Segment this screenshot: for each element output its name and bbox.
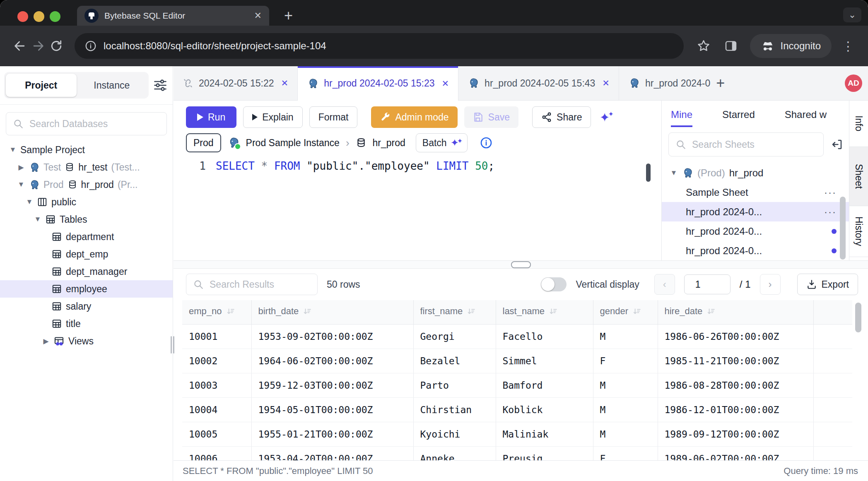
results-search[interactable]	[186, 274, 318, 295]
sheet-item-selected[interactable]: hr_prod 2024-0... ···	[662, 202, 849, 221]
batch-button[interactable]: Batch ✦✦	[416, 133, 468, 152]
filter-settings-icon[interactable]	[153, 78, 168, 93]
cell[interactable]: M	[593, 422, 658, 447]
cell[interactable]: 10003	[182, 373, 251, 398]
run-button[interactable]: Run	[186, 106, 236, 128]
close-tab-icon[interactable]: ✕	[281, 78, 289, 88]
sort-icon[interactable]	[632, 307, 641, 316]
tab-instance[interactable]: Instance	[77, 74, 147, 97]
tree-item-project[interactable]: ▼ Sample Project	[0, 141, 173, 159]
explain-button[interactable]: Explain	[243, 106, 302, 128]
browser-tab[interactable]: Bytebase SQL Editor ✕	[77, 6, 269, 26]
table-row[interactable]: 100021964-06-02T00:00:00ZBezalelSimmelF1…	[182, 349, 852, 373]
instance-name[interactable]: Prod Sample Instance	[246, 137, 340, 149]
cell[interactable]: 10004	[182, 398, 251, 422]
close-tab-icon[interactable]: ✕	[441, 79, 449, 89]
cell[interactable]: Kyoichi	[413, 422, 496, 447]
cell[interactable]: 1986-06-26T00:00:00Z	[658, 325, 813, 349]
rail-tab-info[interactable]: Info	[849, 101, 868, 147]
editor-tab-2-active[interactable]: hr_prod 2024-02-05 15:23 ✕	[298, 66, 458, 101]
tree-item-hr-prod[interactable]: ▼ Prod hr_prod (Pr...	[0, 176, 173, 193]
share-button[interactable]: Share	[532, 106, 591, 128]
tree-item-table-dept-emp[interactable]: dept_emp	[0, 245, 173, 263]
cell[interactable]: M	[593, 325, 658, 349]
tab-mine[interactable]: Mine	[671, 109, 692, 127]
tree-item-tables-group[interactable]: ▼ Tables	[0, 211, 173, 228]
table-row[interactable]: 100051955-01-21T00:00:00ZKyoichiMaliniak…	[182, 422, 852, 447]
cell[interactable]: 1954-05-01T00:00:00Z	[251, 398, 413, 422]
table-row[interactable]: 100031959-12-03T00:00:00ZPartoBamfordM19…	[182, 373, 852, 398]
cell[interactable]: Simmel	[496, 349, 593, 373]
user-avatar[interactable]: AD	[845, 75, 862, 92]
cell[interactable]: 1964-06-02T00:00:00Z	[251, 349, 413, 373]
cell[interactable]: Bezalel	[413, 349, 496, 373]
sql-editor[interactable]: 1 SELECT * FROM "public"."employee" LIMI…	[174, 152, 661, 172]
close-tab-icon[interactable]: ✕	[602, 78, 610, 88]
editor-scrollbar[interactable]	[646, 164, 651, 182]
format-button[interactable]: Format	[309, 106, 358, 128]
cell[interactable]: 10002	[182, 349, 251, 373]
splitter-handle[interactable]	[511, 261, 531, 268]
bookmark-button[interactable]	[694, 39, 713, 53]
sheet-menu-icon[interactable]: ···	[824, 206, 837, 218]
tree-item-table-dept-manager[interactable]: dept_manager	[0, 263, 173, 280]
table-row[interactable]: 100041954-05-01T00:00:00ZChirstianKoblic…	[182, 398, 852, 422]
sort-icon[interactable]	[549, 307, 558, 316]
rail-tab-history[interactable]: History	[849, 206, 868, 257]
sheet-item-partial-bottom[interactable]: hr_prod 2024-0...	[662, 241, 849, 260]
database-name[interactable]: hr_prod	[373, 137, 405, 149]
tree-item-views-group[interactable]: ▶ Views	[0, 332, 173, 350]
editor-tab-3[interactable]: hr_prod 2024-02-05 15:43 ✕	[458, 66, 619, 100]
caret-down-icon[interactable]: ▼	[26, 198, 33, 206]
cell[interactable]: M	[593, 373, 658, 398]
sheet-item-partial-top[interactable]: hr_prod 2024-0...	[662, 159, 849, 163]
search-results-input[interactable]	[209, 279, 311, 291]
editor-tab-1[interactable]: 2024-02-05 15:22 ✕	[174, 66, 298, 100]
cell[interactable]: 1953-04-20T00:00:00Z	[251, 447, 413, 461]
cell[interactable]: 1959-12-03T00:00:00Z	[251, 373, 413, 398]
side-panel-button[interactable]	[722, 39, 740, 53]
caret-right-icon[interactable]: ▶	[17, 163, 25, 172]
cell[interactable]: Georgi	[413, 325, 496, 349]
back-button[interactable]	[11, 39, 29, 53]
cell[interactable]: F	[593, 349, 658, 373]
search-databases-input[interactable]	[29, 118, 160, 130]
cell[interactable]: 1986-12-01T00:00:00Z	[658, 398, 813, 422]
column-header[interactable]: first_name	[413, 300, 496, 325]
column-header[interactable]: gender	[593, 300, 658, 325]
caret-down-icon[interactable]: ▼	[9, 146, 17, 154]
tree-item-schema-public[interactable]: ▼ public	[0, 193, 173, 211]
sheet-menu-icon[interactable]: ···	[824, 187, 837, 198]
new-tab-button[interactable]: +	[284, 8, 293, 23]
caret-down-icon[interactable]: ▼	[670, 169, 678, 177]
cell[interactable]: 1989-09-12T00:00:00Z	[658, 422, 813, 447]
cell[interactable]: Koblick	[496, 398, 593, 422]
sort-icon[interactable]	[467, 307, 476, 316]
results-scrollbar[interactable]	[855, 303, 861, 332]
cell[interactable]: 10001	[182, 325, 251, 349]
tab-project[interactable]: Project	[6, 74, 77, 97]
cell[interactable]: Bamford	[496, 373, 593, 398]
collapse-panel-icon[interactable]	[831, 138, 843, 151]
admin-mode-button[interactable]: Admin mode	[371, 106, 457, 128]
close-tab-icon[interactable]: ✕	[254, 10, 262, 21]
cell[interactable]: Parto	[413, 373, 496, 398]
site-info-icon[interactable]	[84, 40, 97, 52]
minimize-window-button[interactable]	[34, 11, 44, 22]
sort-icon[interactable]	[706, 307, 716, 316]
sheet-group-hr-prod[interactable]: ▼ (Prod) hr_prod	[662, 163, 849, 183]
save-button[interactable]: Save	[464, 106, 518, 128]
cell[interactable]: Maliniak	[496, 422, 593, 447]
column-header[interactable]: last_name	[496, 300, 593, 325]
cell[interactable]: 1986-08-28T00:00:00Z	[658, 373, 813, 398]
cell[interactable]: Facello	[496, 325, 593, 349]
forward-button[interactable]	[29, 39, 47, 53]
tree-item-table-department[interactable]: department	[0, 228, 173, 245]
export-button[interactable]: Export	[797, 274, 858, 295]
cell[interactable]: M	[593, 398, 658, 422]
sheet-search[interactable]	[668, 132, 824, 156]
cell[interactable]: Anneke	[413, 447, 496, 461]
url-bar[interactable]: localhost:8080/sql-editor/sheet/project-…	[75, 33, 684, 59]
next-page-button[interactable]: ›	[760, 274, 781, 295]
cell[interactable]: 1955-01-21T00:00:00Z	[251, 422, 413, 447]
